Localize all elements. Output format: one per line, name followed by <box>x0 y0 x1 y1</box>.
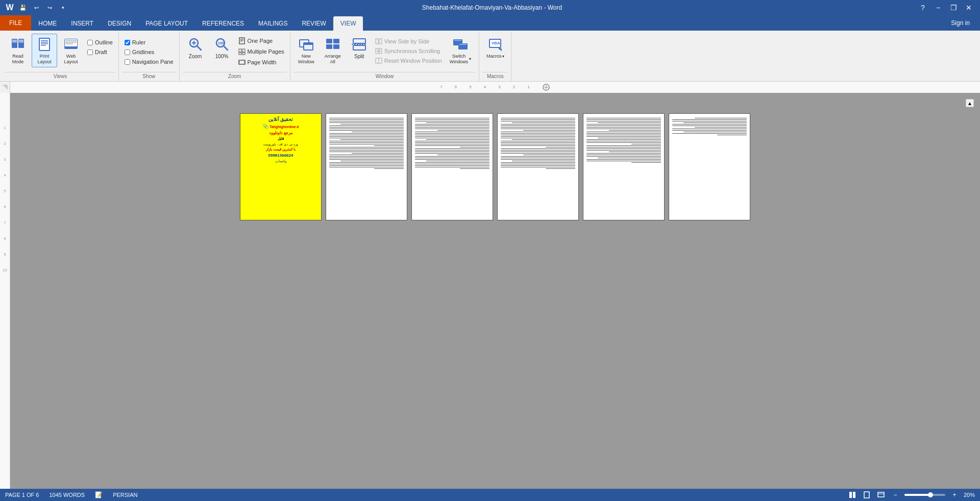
ribbon-group-zoom: Zoom 100 100% One Page <box>180 33 290 81</box>
text-line <box>586 141 661 142</box>
nav-pane-checkbox-label[interactable]: Navigation Pane <box>122 57 176 66</box>
macros-dropdown-icon: ▾ <box>502 54 504 59</box>
svg-rect-3 <box>12 41 17 41</box>
text-line <box>586 161 661 162</box>
ad-line4: با کمترین قیمت بازار <box>266 147 296 152</box>
tab-review[interactable]: REVIEW <box>295 16 333 31</box>
ruler-checkbox-label[interactable]: Ruler <box>122 38 176 47</box>
text-line <box>501 156 575 157</box>
text-line <box>586 147 661 148</box>
redo-quick-btn[interactable]: ↪ <box>44 2 55 13</box>
outline-checkbox-label[interactable]: Outline <box>85 38 115 47</box>
text-line <box>460 168 489 169</box>
page-5-text <box>583 114 664 167</box>
read-mode-btn[interactable]: ReadMode <box>5 34 31 67</box>
text-line <box>329 165 404 166</box>
multiple-pages-btn[interactable]: Multiple Pages <box>236 46 287 57</box>
tab-home[interactable]: HOME <box>31 16 64 31</box>
text-line <box>415 138 489 139</box>
print-view-btn[interactable] <box>862 490 872 500</box>
nav-pane-checkbox[interactable] <box>125 59 130 65</box>
doc-page-3 <box>411 113 493 220</box>
zoom-in-btn[interactable]: + <box>949 490 960 500</box>
text-line <box>512 161 575 162</box>
one-page-btn[interactable]: One Page <box>236 36 287 46</box>
new-window-btn[interactable]: NewWindow <box>293 34 319 67</box>
text-line <box>501 121 575 122</box>
ribbon-collapse-btn[interactable]: ▲ <box>966 99 974 107</box>
zoom-icon <box>187 36 204 53</box>
svg-rect-30 <box>242 49 245 52</box>
outline-checkbox[interactable] <box>87 40 93 45</box>
text-line <box>586 155 661 156</box>
tab-file[interactable]: FILE <box>0 15 31 31</box>
tab-pagelayout[interactable]: PAGE LAYOUT <box>138 16 195 31</box>
doc-page-1: تحقیق آنلاین Tahghighonline.ir 📎 مرجع دا… <box>240 113 322 220</box>
customize-quick-btn[interactable]: ▾ <box>57 2 68 13</box>
signin-btn[interactable]: Sign in <box>946 19 975 27</box>
tab-insert[interactable]: INSERT <box>64 16 101 31</box>
macros-btn[interactable]: VBA Macros ▾ <box>482 34 508 61</box>
zoom-btn[interactable]: Zoom <box>183 34 208 62</box>
arrange-all-btn[interactable]: ArrangeAll <box>320 34 346 67</box>
svg-rect-43 <box>326 44 332 49</box>
split-btn[interactable]: Split <box>347 34 372 62</box>
save-quick-btn[interactable]: 💾 <box>17 2 29 13</box>
tab-mailings[interactable]: MAILINGS <box>251 16 295 31</box>
text-line <box>415 133 489 134</box>
text-line <box>329 126 404 127</box>
text-line <box>329 119 404 120</box>
draft-checkbox-label[interactable]: Draft <box>85 47 115 57</box>
zoom-100-btn[interactable]: 100 100% <box>209 34 235 62</box>
close-btn[interactable]: ✕ <box>962 1 976 15</box>
text-line <box>426 161 489 162</box>
ribbon-zoom-content: Zoom 100 100% One Page <box>183 34 287 71</box>
ad-site: Tahghighonline.ir 📎 <box>262 123 299 129</box>
gridlines-checkbox-label[interactable]: Gridlines <box>122 47 176 57</box>
tab-design[interactable]: DESIGN <box>101 16 138 31</box>
text-line <box>415 142 489 143</box>
tab-references[interactable]: REFERENCES <box>195 16 251 31</box>
ad-phone: 09981366624 <box>268 153 293 158</box>
title-bar: W 💾 ↩ ↪ ▾ Shebahat-Khelafat-Omaviyan-Va-… <box>0 0 980 15</box>
draft-checkbox[interactable] <box>87 49 93 55</box>
text-line <box>598 158 661 159</box>
switch-windows-btn[interactable]: SwitchWindows ▾ <box>445 34 476 67</box>
read-view-btn[interactable] <box>847 490 857 500</box>
help-btn[interactable]: ? <box>916 1 930 15</box>
text-line <box>352 153 404 154</box>
svg-rect-12 <box>41 45 46 46</box>
ribbon-show-content: Ruler Gridlines Navigation Pane <box>122 34 176 71</box>
gridlines-checkbox[interactable] <box>125 49 130 55</box>
undo-quick-btn[interactable]: ↩ <box>31 2 42 13</box>
sync-scrolling-label: Synchronous Scrolling <box>384 48 440 54</box>
svg-rect-69 <box>878 492 884 497</box>
svg-rect-9 <box>41 40 48 41</box>
tab-view[interactable]: VIEW <box>333 16 363 31</box>
zoom-slider[interactable] <box>904 494 945 496</box>
text-line <box>352 132 404 133</box>
new-window-icon <box>298 36 314 53</box>
text-line <box>329 144 404 145</box>
web-view-btn[interactable] <box>876 490 886 500</box>
page-width-btn[interactable]: Page Width <box>236 57 287 67</box>
page-1-ad: تحقیق آنلاین Tahghighonline.ir 📎 مرجع دا… <box>240 114 321 220</box>
text-line <box>329 135 404 136</box>
zoom-out-btn[interactable]: − <box>890 490 900 500</box>
restore-btn[interactable]: ❐ <box>946 1 961 15</box>
text-line <box>329 138 404 139</box>
print-layout-label: PrintLayout <box>37 54 51 65</box>
text-line <box>329 141 404 142</box>
text-line <box>415 167 489 168</box>
text-line <box>586 145 661 146</box>
minimize-btn[interactable]: − <box>931 1 945 15</box>
text-line <box>683 122 747 123</box>
document-title: Shebahat-Khelafat-Omaviyan-Va-Abbasiyan … <box>68 4 916 11</box>
print-layout-btn[interactable]: PrintLayout <box>32 34 57 67</box>
text-line <box>501 165 575 166</box>
text-line <box>415 153 489 154</box>
doc-content: تحقیق آنلاین Tahghighonline.ir 📎 مرجع دا… <box>10 93 980 489</box>
web-layout-btn[interactable]: WebLayout <box>58 34 84 67</box>
reset-window-btn: Reset Window Position <box>373 56 444 65</box>
ruler-checkbox[interactable] <box>125 40 130 45</box>
